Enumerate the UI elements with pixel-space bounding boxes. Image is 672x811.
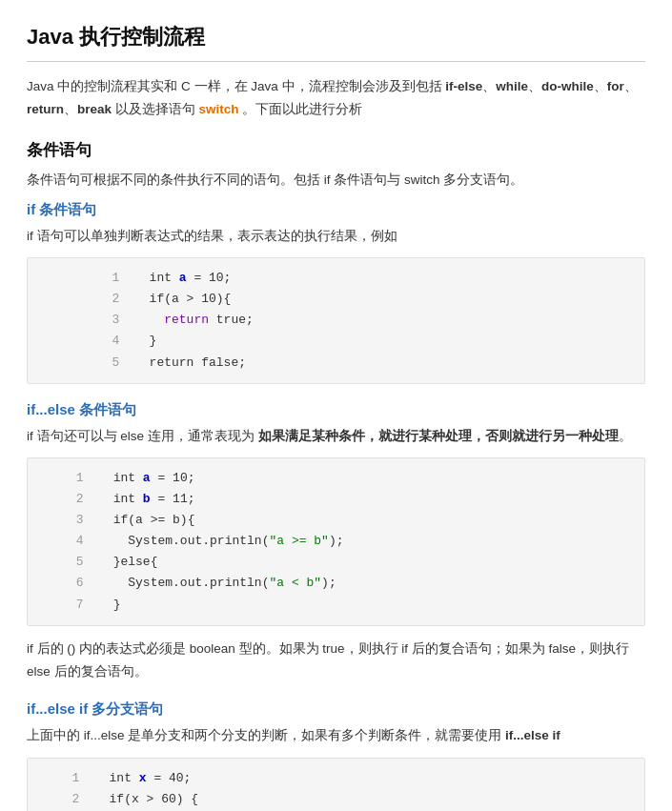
code-line: } bbox=[83, 595, 633, 616]
code-row: 4 System.out.println("a >= b"); bbox=[39, 531, 633, 552]
var-a: a bbox=[143, 471, 151, 485]
title-divider bbox=[27, 61, 645, 62]
desc-if-else-if: 上面中的 if...else 是单分支和两个分支的判断，如果有多个判断条件，就需… bbox=[27, 724, 645, 747]
code-block-if: 1 int a = 10; 2 if(a > 10){ 3 return tru… bbox=[27, 257, 645, 383]
line-num: 6 bbox=[39, 573, 83, 594]
code-line: if(a > 10){ bbox=[119, 289, 633, 310]
bottom-text-if-else: if 后的 () 内的表达式必须是 boolean 型的。如果为 true，则执… bbox=[27, 638, 645, 684]
code-row: 6 System.out.println("a < b"); bbox=[39, 573, 633, 594]
kw-return: return bbox=[27, 102, 64, 116]
kw-break: break bbox=[77, 102, 112, 116]
line-num: 5 bbox=[39, 552, 83, 573]
code-row: 5 }else{ bbox=[39, 552, 633, 573]
desc-if-else: if 语句还可以与 else 连用，通常表现为 如果满足某种条件，就进行某种处理… bbox=[27, 425, 645, 448]
subsection-if-else: if...else 条件语句 if 语句还可以与 else 连用，通常表现为 如… bbox=[27, 401, 645, 684]
bold-if-else-if: if...else if bbox=[505, 728, 560, 742]
code-line: if(a >= b){ bbox=[83, 510, 633, 531]
code-table-if: 1 int a = 10; 2 if(a > 10){ 3 return tru… bbox=[39, 268, 633, 373]
code-row: 3 if(a >= b){ bbox=[39, 510, 633, 531]
code-row: 1 int a = 10; bbox=[39, 468, 633, 489]
kw-switch: switch bbox=[199, 102, 239, 116]
code-row: 2 if(a > 10){ bbox=[39, 289, 633, 310]
code-line: int a = 10; bbox=[119, 268, 633, 289]
str-literal: "a < b" bbox=[269, 576, 321, 590]
line-num: 2 bbox=[39, 289, 119, 310]
kw-for: for bbox=[607, 79, 624, 93]
kw-do-while: do-while bbox=[541, 79, 594, 93]
intro-paragraph: Java 中的控制流程其实和 C 一样，在 Java 中，流程控制会涉及到包括 … bbox=[27, 75, 645, 122]
code-line: System.out.println("a < b"); bbox=[83, 573, 633, 594]
kw-if-else: if-else bbox=[445, 79, 482, 93]
code-row: 7 } bbox=[39, 595, 633, 616]
code-block-if-else-if: 1 int x = 40; 2 if(x > 60) { 3 System.ou… bbox=[27, 758, 645, 812]
code-row: 2 if(x > 60) { bbox=[39, 789, 633, 810]
subsection-if-else-if: if...else if 多分支语句 上面中的 if...else 是单分支和两… bbox=[27, 700, 645, 811]
code-row: 3 return true; bbox=[39, 310, 633, 331]
code-row: 5 return false; bbox=[39, 353, 633, 374]
code-block-if-else: 1 int a = 10; 2 int b = 11; 3 if(a >= b)… bbox=[27, 457, 645, 626]
code-line: return false; bbox=[119, 353, 633, 374]
line-num: 1 bbox=[39, 268, 119, 289]
code-row: 2 int b = 11; bbox=[39, 489, 633, 510]
code-line: } bbox=[119, 331, 633, 352]
section-conditional: 条件语句 条件语句可根据不同的条件执行不同的语句。包括 if 条件语句与 swi… bbox=[27, 139, 645, 811]
code-row: 1 int x = 40; bbox=[39, 768, 633, 789]
code-line: int x = 40; bbox=[79, 768, 633, 789]
var-x: x bbox=[139, 771, 147, 785]
line-num: 3 bbox=[39, 510, 83, 531]
kw-return: return bbox=[164, 313, 209, 327]
var-a: a bbox=[179, 271, 187, 285]
line-num: 4 bbox=[39, 531, 83, 552]
code-line: if(x > 60) { bbox=[79, 789, 633, 810]
line-num: 2 bbox=[39, 489, 83, 510]
heading-conditional: 条件语句 bbox=[27, 139, 645, 161]
line-num: 3 bbox=[39, 310, 119, 331]
var-b: b bbox=[143, 492, 151, 506]
line-num: 1 bbox=[39, 768, 79, 789]
line-num: 2 bbox=[39, 789, 79, 810]
line-num: 1 bbox=[39, 468, 83, 489]
line-num: 4 bbox=[39, 331, 119, 352]
code-line: return true; bbox=[119, 310, 633, 331]
str-literal: "a >= b" bbox=[269, 534, 328, 548]
code-line: int b = 11; bbox=[83, 489, 633, 510]
code-row: 1 int a = 10; bbox=[39, 268, 633, 289]
heading-if-else: if...else 条件语句 bbox=[27, 401, 645, 419]
line-num: 5 bbox=[39, 353, 119, 374]
code-table-if-else-if: 1 int x = 40; 2 if(x > 60) { 3 System.ou… bbox=[39, 768, 633, 812]
kw-while: while bbox=[496, 79, 528, 93]
line-num: 7 bbox=[39, 595, 83, 616]
bold-text: 如果满足某种条件，就进行某种处理，否则就进行另一种处理 bbox=[258, 429, 619, 443]
code-table-if-else: 1 int a = 10; 2 int b = 11; 3 if(a >= b)… bbox=[39, 468, 633, 616]
code-line: System.out.println("a >= b"); bbox=[83, 531, 633, 552]
code-line: }else{ bbox=[83, 552, 633, 573]
heading-if-else-if: if...else if 多分支语句 bbox=[27, 700, 645, 719]
desc-conditional: 条件语句可根据不同的条件执行不同的语句。包括 if 条件语句与 switch 多… bbox=[27, 169, 645, 192]
subsection-if: if 条件语句 if 语句可以单独判断表达式的结果，表示表达的执行结果，例如 1… bbox=[27, 201, 645, 384]
desc-if: if 语句可以单独判断表达式的结果，表示表达的执行结果，例如 bbox=[27, 225, 645, 248]
heading-if: if 条件语句 bbox=[27, 201, 645, 219]
code-line: int a = 10; bbox=[83, 468, 633, 489]
page-title: Java 执行控制流程 bbox=[27, 23, 645, 51]
code-row: 4 } bbox=[39, 331, 633, 352]
